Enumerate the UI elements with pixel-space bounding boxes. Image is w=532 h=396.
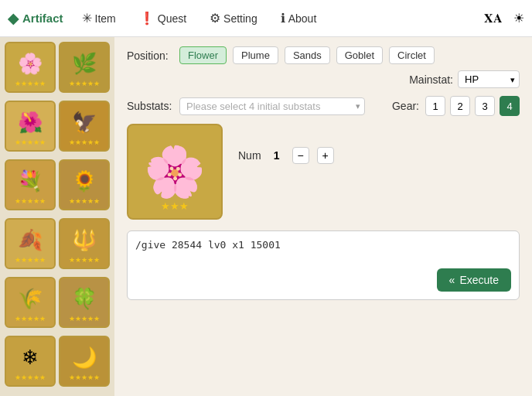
num-label: Num (238, 149, 261, 162)
nav-item-about[interactable]: ℹ About (276, 8, 322, 29)
sidebar-artifact-8[interactable]: 🌾 ★★★★★ (5, 277, 56, 328)
sidebar-artifact-stars-4: ★★★★★ (15, 197, 46, 205)
translate-icon[interactable]: 𝐗𝐀 (484, 12, 503, 26)
sidebar-artifact-icon-9: 🍀 (64, 282, 104, 315)
artifact-preview: 🌸 ★★★ (127, 124, 223, 220)
position-plume-btn[interactable]: Plume (233, 46, 278, 64)
sidebar-artifact-0[interactable]: 🌸 ★★★★★ (5, 42, 56, 93)
sidebar-artifact-icon-7: 🔱 (64, 224, 104, 256)
sidebar-artifact-7[interactable]: 🔱 ★★★★★ (59, 218, 110, 269)
sidebar-artifact-4[interactable]: 💐 ★★★★★ (5, 159, 56, 210)
sidebar-artifact-stars-11: ★★★★★ (69, 374, 100, 381)
sidebar-artifact-icon-3: 🦅 (64, 106, 104, 138)
sidebar-artifact-stars-9: ★★★★★ (69, 315, 100, 323)
sidebar-artifact-1[interactable]: 🌿 ★★★★★ (59, 42, 110, 93)
nav-item-item[interactable]: ✳ Item (77, 8, 121, 29)
sidebar-artifact-2[interactable]: 🌺 ★★★★★ (5, 101, 56, 152)
sidebar-artifact-10[interactable]: ❄ ★★★★★ (5, 336, 56, 387)
sidebar-artifact-icon-1: 🌿 (64, 47, 104, 80)
nav-item-setting-label: Setting (223, 12, 257, 25)
artifact-preview-stars: ★★★ (161, 200, 189, 212)
nav-right: 𝐗𝐀 ☀ (484, 11, 524, 26)
main-layout: 🌸 ★★★★★ 🌿 ★★★★★ 🌺 ★★★★★ 🦅 ★★★★★ 💐 ★★★★★ … (0, 37, 532, 396)
sidebar-artifact-icon-6: 🍂 (10, 224, 50, 256)
nav-item-item-label: Item (95, 12, 116, 25)
position-row: Position: Flower Plume Sands Goblet Circ… (127, 46, 520, 88)
sidebar-artifact-icon-0: 🌸 (10, 47, 50, 80)
nav-item-setting[interactable]: ⚙ Setting (205, 8, 262, 29)
logo-label: Artifact (22, 12, 63, 25)
sidebar-artifact-stars-6: ★★★★★ (15, 256, 46, 264)
execute-icon: « (449, 274, 455, 286)
sidebar-artifact-stars-10: ★★★★★ (15, 374, 46, 381)
gear-group: Gear: 1 2 3 4 (392, 96, 520, 116)
execute-label: Execute (459, 274, 499, 286)
num-increment-btn[interactable]: + (317, 147, 334, 164)
sidebar-artifact-icon-10: ❄ (10, 341, 50, 374)
position-circlet-btn[interactable]: Circlet (389, 46, 435, 64)
command-box: /give 28544 lv0 x1 15001 « Execute (127, 230, 520, 300)
command-text: /give 28544 lv0 x1 15001 (135, 239, 281, 251)
sidebar-artifact-icon-2: 🌺 (10, 106, 50, 138)
sidebar-artifact-icon-5: 🌻 (64, 165, 104, 197)
preview-area: 🌸 ★★★ Num 1 − + (127, 124, 520, 220)
quest-icon: ❗ (139, 11, 155, 26)
substats-label: Substats: (127, 100, 173, 112)
gear-btn-2[interactable]: 2 (450, 96, 470, 116)
execute-button[interactable]: « Execute (437, 268, 511, 292)
nav-item-quest-label: Quest (158, 12, 186, 25)
nav-logo[interactable]: ◆ Artifact (8, 10, 63, 27)
sidebar-artifact-5[interactable]: 🌻 ★★★★★ (59, 159, 110, 210)
gear-label: Gear: (392, 100, 419, 112)
sidebar-artifact-stars-2: ★★★★★ (15, 138, 46, 146)
num-value: 1 (269, 149, 285, 162)
sidebar-artifact-stars-8: ★★★★★ (15, 315, 46, 323)
sidebar-artifact-stars-3: ★★★★★ (69, 138, 100, 146)
substats-select-wrapper: Please select 4 initial substats (179, 97, 365, 115)
info-icon: ℹ (281, 11, 285, 26)
sidebar-artifact-9[interactable]: 🍀 ★★★★★ (59, 277, 110, 328)
sidebar-artifact-stars-7: ★★★★★ (69, 256, 100, 264)
mainstat-group: Mainstat: HPATKDEF HP%ATK%DEF% EMER%CR%C… (409, 70, 520, 88)
logo-icon: ◆ (8, 10, 19, 27)
nav-bar: ◆ Artifact ✳ Item ❗ Quest ⚙ Setting ℹ Ab… (0, 0, 532, 37)
nav-item-quest[interactable]: ❗ Quest (135, 8, 191, 29)
theme-icon[interactable]: ☀ (513, 11, 524, 26)
sidebar-artifact-icon-8: 🌾 (10, 282, 50, 315)
gear-btn-4[interactable]: 4 (500, 96, 520, 116)
mainstat-label: Mainstat: (409, 73, 453, 86)
item-icon: ✳ (82, 11, 92, 26)
artifact-sidebar: 🌸 ★★★★★ 🌿 ★★★★★ 🌺 ★★★★★ 🦅 ★★★★★ 💐 ★★★★★ … (0, 37, 114, 396)
sidebar-artifact-stars-0: ★★★★★ (15, 80, 46, 87)
position-sands-btn[interactable]: Sands (285, 46, 330, 64)
gear-btn-3[interactable]: 3 (475, 96, 495, 116)
position-flower-btn[interactable]: Flower (179, 46, 227, 64)
substats-row: Substats: Please select 4 initial substa… (127, 96, 520, 116)
substats-select[interactable]: Please select 4 initial substats (179, 97, 365, 115)
position-goblet-btn[interactable]: Goblet (336, 46, 383, 64)
sidebar-artifact-icon-4: 💐 (10, 165, 50, 197)
num-control: Num 1 − + (238, 147, 334, 164)
sidebar-artifact-11[interactable]: 🌙 ★★★★★ (59, 336, 110, 387)
nav-item-about-label: About (288, 12, 317, 25)
setting-icon: ⚙ (210, 11, 220, 26)
sidebar-artifact-stars-1: ★★★★★ (69, 80, 100, 87)
gear-btn-1[interactable]: 1 (425, 96, 445, 116)
num-decrement-btn[interactable]: − (292, 147, 309, 164)
sidebar-artifact-6[interactable]: 🍂 ★★★★★ (5, 218, 56, 269)
main-content: Position: Flower Plume Sands Goblet Circ… (114, 37, 532, 396)
sidebar-artifact-3[interactable]: 🦅 ★★★★★ (59, 101, 110, 152)
sidebar-artifact-icon-11: 🌙 (64, 341, 104, 374)
position-label: Position: (127, 50, 173, 62)
mainstat-select-wrapper: HPATKDEF HP%ATK%DEF% EMER%CR%CD% (458, 70, 520, 88)
mainstat-select[interactable]: HPATKDEF HP%ATK%DEF% EMER%CR%CD% (458, 70, 520, 88)
artifact-preview-icon: 🌸 (144, 143, 206, 201)
sidebar-artifact-stars-5: ★★★★★ (69, 197, 100, 205)
